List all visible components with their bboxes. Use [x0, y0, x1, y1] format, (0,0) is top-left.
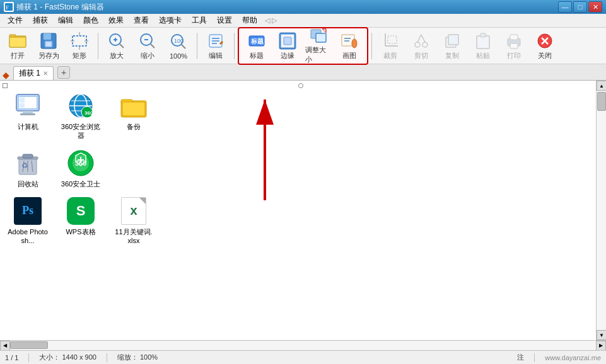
svg-rect-34 — [316, 33, 326, 42]
menu-tools[interactable]: 工具 — [187, 14, 212, 27]
svg-rect-75 — [122, 102, 145, 116]
tab-capture1[interactable]: 捕获 1 ✕ — [13, 66, 54, 80]
crop-button: 裁剪 — [375, 30, 405, 62]
icon-360safe-label: 360安全卫士 — [61, 179, 100, 188]
highlighted-toolbar-group: 标题 标题 边缘 — [238, 27, 368, 65]
svg-point-45 — [415, 42, 420, 47]
zoomin-label: 放大 — [110, 51, 124, 60]
rect-label: 矩形 — [73, 51, 86, 60]
copy-icon — [442, 31, 462, 50]
sep1 — [98, 33, 98, 59]
scroll-thumb-h[interactable] — [10, 341, 48, 349]
draw-icon — [339, 31, 359, 50]
horizontal-scrollbar[interactable]: ◀ ▶ — [0, 340, 606, 350]
icon-backup[interactable]: 备份 — [111, 88, 156, 143]
icon-360safe[interactable]: 360 360安全卫士 — [58, 145, 103, 191]
label-button[interactable]: 标题 标题 — [242, 30, 272, 62]
tab-add-button[interactable]: + — [57, 66, 70, 79]
resize-button[interactable]: 调整大小 — [303, 30, 334, 62]
resize-label: 调整大小 — [305, 45, 332, 64]
maximize-button[interactable]: □ — [573, 1, 587, 13]
zoomout-label: 缩小 — [141, 51, 154, 60]
icon-xlsx[interactable]: x 11月关键词. xlsx — [111, 193, 156, 248]
menu-file[interactable]: 文件 — [3, 14, 28, 27]
toolbar-zoom-group: 放大 缩小 100 100% — [102, 30, 194, 62]
label-label: 标题 — [250, 51, 264, 60]
saveas-button[interactable]: 另存为 — [33, 30, 64, 62]
menu-help[interactable]: 帮助 — [237, 14, 262, 27]
tab-close-button[interactable]: ✕ — [43, 70, 48, 77]
icon-wps[interactable]: S WPS表格 — [58, 193, 103, 248]
svg-line-47 — [417, 35, 421, 42]
open-label: 打开 — [11, 51, 25, 60]
svg-line-48 — [421, 35, 425, 42]
icon-photoshop[interactable]: Ps Adobe Photosh... — [5, 193, 50, 248]
close-doc-label: 关闭 — [538, 51, 552, 60]
menu-tabs[interactable]: 选项卡 — [154, 14, 187, 27]
icon-xlsx-label: 11月关键词. xlsx — [114, 227, 154, 246]
minimize-button[interactable]: — — [558, 1, 572, 13]
sep4 — [371, 33, 372, 59]
wps-box: S — [67, 197, 95, 225]
app-icon: F — [4, 2, 14, 12]
scroll-right-button[interactable]: ▶ — [596, 341, 606, 351]
zoomin-button[interactable]: 放大 — [102, 30, 132, 62]
menu-color[interactable]: 颜色 — [78, 14, 103, 27]
crop-label: 裁剪 — [383, 51, 397, 60]
icon-computer[interactable]: 计算机 — [5, 88, 50, 143]
close-doc-button[interactable]: 关闭 — [530, 30, 560, 62]
svg-point-39 — [352, 39, 357, 48]
toolbar-edit-group: 编辑 — [201, 30, 231, 62]
svg-text:360: 360 — [84, 110, 93, 116]
edit-button[interactable]: 编辑 — [201, 30, 231, 62]
rect-button[interactable]: 矩形 — [64, 30, 95, 62]
xlsx-box: x — [121, 197, 146, 225]
zoomin-icon — [107, 31, 127, 50]
svg-line-23 — [182, 45, 185, 48]
icon-backup-label: 备份 — [127, 122, 141, 131]
icon-ie-browser[interactable]: 360 360安全浏览器 — [58, 88, 103, 143]
menu-view[interactable]: 查看 — [129, 14, 154, 27]
svg-rect-51 — [477, 36, 489, 48]
zoomout-icon — [137, 31, 158, 50]
tab-bar: ◆ 捕获 1 ✕ + — [0, 64, 606, 81]
vertical-scrollbar[interactable]: ▲ ▼ — [596, 81, 606, 340]
copy-button: 复制 — [437, 30, 467, 62]
open-button[interactable]: 打开 — [3, 30, 33, 62]
title-bar: F 捕获 1 - FastStone 编辑器 — □ ✕ — [0, 0, 606, 14]
zoom100-button[interactable]: 100 100% — [163, 30, 194, 62]
close-window-button[interactable]: ✕ — [588, 1, 602, 13]
icon-photoshop-label: Adobe Photosh... — [8, 227, 48, 246]
svg-rect-6 — [44, 33, 51, 40]
toolbar-action-group: 裁剪 剪切 复制 — [375, 30, 560, 62]
scroll-track-h[interactable] — [10, 341, 596, 350]
border-button[interactable]: 边缘 — [272, 30, 303, 62]
scroll-thumb-v[interactable] — [597, 92, 606, 111]
menu-edit[interactable]: 编辑 — [53, 14, 78, 27]
icon-wps-label: WPS表格 — [66, 227, 95, 236]
menu-effect[interactable]: 效果 — [103, 14, 129, 27]
paste-button: 粘贴 — [468, 30, 498, 62]
menu-capture[interactable]: 捕获 — [28, 14, 53, 27]
svg-rect-32 — [284, 37, 291, 45]
svg-rect-50 — [448, 35, 458, 45]
svg-rect-4 — [9, 37, 26, 47]
desktop-icons-grid: 计算机 360 — [0, 81, 596, 255]
menu-settings[interactable]: 设置 — [212, 14, 237, 27]
icon-ie-label: 360安全浏览器 — [61, 122, 101, 140]
scroll-track-v[interactable] — [597, 91, 606, 330]
icon-computer-label: 计算机 — [18, 122, 38, 131]
scroll-down-button[interactable]: ▼ — [597, 330, 606, 340]
zoomout-button[interactable]: 缩小 — [132, 30, 163, 62]
copy-label: 复制 — [445, 51, 459, 60]
cut-label: 剪切 — [414, 51, 428, 60]
scroll-up-button[interactable]: ▲ — [597, 81, 606, 91]
tab-label: 捕获 1 — [19, 68, 40, 79]
icon-recycle[interactable]: ♻ 回收站 — [5, 145, 50, 191]
draw-button[interactable]: 画图 — [334, 30, 364, 62]
scroll-left-button[interactable]: ◀ — [0, 341, 10, 351]
cut-icon — [411, 31, 431, 50]
border-label: 边缘 — [281, 51, 294, 60]
icon-recycle-label: 回收站 — [18, 179, 38, 188]
toolbar-file-group: 打开 另存为 — [3, 30, 95, 62]
